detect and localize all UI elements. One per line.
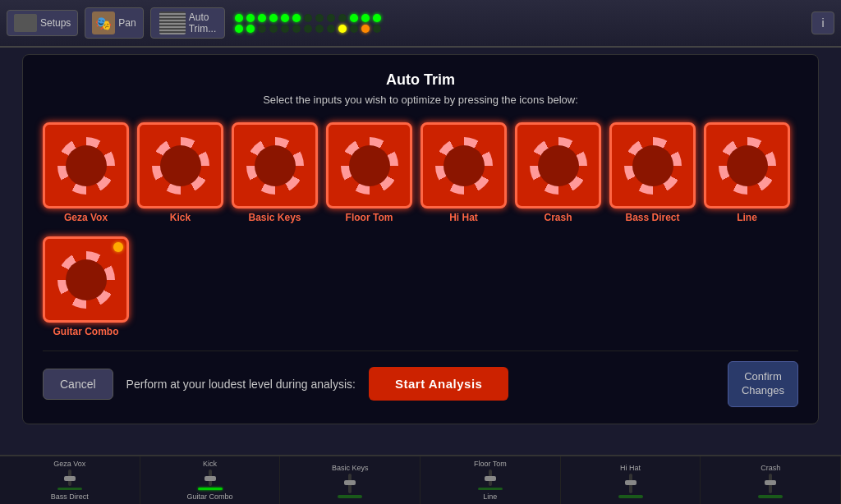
modal-title: Auto Trim xyxy=(43,71,798,89)
input-item-basic-keys[interactable]: Basic Keys xyxy=(232,122,318,223)
fader-track-2 xyxy=(209,470,212,486)
input-icon-floor-tom[interactable] xyxy=(326,122,412,208)
input-icon-kick[interactable] xyxy=(137,122,223,208)
fader-track-6 xyxy=(769,474,772,493)
led-row-1 xyxy=(235,14,802,22)
fader-name-kick: Kick xyxy=(203,460,217,468)
setups-button[interactable]: Setups xyxy=(7,10,78,36)
bottom-label-1: Bass Direct xyxy=(51,493,89,501)
spinner-basic-keys xyxy=(246,137,304,195)
fader-track-1 xyxy=(68,470,71,486)
led-3 xyxy=(258,14,266,22)
input-label-guitar-combo: Guitar Combo xyxy=(53,326,119,337)
led-11 xyxy=(350,14,358,22)
fader-name-hi-hat: Hi Hat xyxy=(620,464,641,472)
setups-icon xyxy=(14,14,37,32)
input-item-line[interactable]: Line xyxy=(704,122,790,223)
input-icon-hi-hat[interactable] xyxy=(420,122,507,208)
fader-channel-crash[interactable]: Crash xyxy=(701,456,841,504)
auto-trim-icon xyxy=(159,11,186,34)
confirm-label: ConfirmChanges xyxy=(742,370,784,396)
input-icon-geza-vox[interactable] xyxy=(43,122,129,208)
fader-channel-floor-tom[interactable]: Floor Tom Line xyxy=(420,456,561,504)
led-28 xyxy=(315,25,324,33)
input-item-kick[interactable]: Kick xyxy=(137,122,223,223)
led-7 xyxy=(304,14,312,22)
led-24 xyxy=(269,25,278,33)
input-item-bass-direct[interactable]: Bass Direct xyxy=(609,122,696,223)
auto-trim-button[interactable]: AutoTrim... xyxy=(150,7,226,39)
bottom-label-4: Line xyxy=(483,493,497,501)
input-label-basic-keys: Basic Keys xyxy=(248,212,301,223)
pan-label: Pan xyxy=(118,17,136,29)
pan-button[interactable]: 🎭 Pan xyxy=(85,7,143,39)
led-22 xyxy=(246,25,255,33)
input-icon-bass-direct[interactable] xyxy=(609,122,696,208)
fader-name-crash: Crash xyxy=(761,464,780,472)
led-31 xyxy=(350,25,358,33)
top-bar: Setups 🎭 Pan AutoTrim... xyxy=(0,0,841,48)
input-icon-guitar-combo[interactable] xyxy=(43,236,129,323)
modal-subtitle: Select the inputs you wish to optimize b… xyxy=(43,94,798,106)
spinner-guitar-combo xyxy=(57,251,115,309)
input-icon-line[interactable] xyxy=(704,122,790,208)
fader-channel-basic-keys[interactable]: Basic Keys xyxy=(280,456,420,504)
input-item-guitar-combo[interactable]: Guitar Combo xyxy=(43,236,129,337)
bottom-action: Cancel Perform at your loudest level dur… xyxy=(43,351,798,407)
auto-trim-label: AutoTrim... xyxy=(189,11,217,34)
input-label-kick: Kick xyxy=(170,212,191,223)
fader-level-3 xyxy=(338,495,362,498)
led-13 xyxy=(373,14,381,22)
led-12 xyxy=(361,14,370,22)
led-4 xyxy=(269,14,278,22)
input-item-hi-hat[interactable]: Hi Hat xyxy=(420,122,507,223)
fader-thumb-4 xyxy=(485,476,496,481)
cancel-button[interactable]: Cancel xyxy=(43,369,113,400)
led-6 xyxy=(292,14,301,22)
input-label-geza-vox: Geza Vox xyxy=(64,212,108,223)
led-25 xyxy=(281,25,289,33)
led-row-2 xyxy=(235,25,802,33)
setups-label: Setups xyxy=(40,17,71,29)
input-item-floor-tom[interactable]: Floor Tom xyxy=(326,122,412,223)
fader-channel-hi-hat[interactable]: Hi Hat xyxy=(561,456,701,504)
fader-level-5 xyxy=(618,495,643,498)
led-21 xyxy=(235,25,243,33)
input-item-geza-vox[interactable]: Geza Vox xyxy=(43,122,129,223)
input-icon-basic-keys[interactable] xyxy=(232,122,318,208)
perform-text: Perform at your loudest level during ana… xyxy=(126,378,356,391)
auto-trim-modal: Auto Trim Select the inputs you wish to … xyxy=(22,54,819,424)
start-analysis-button[interactable]: Start Analysis xyxy=(369,367,509,401)
input-grid: Geza Vox Kick Basic Keys Floor Tom xyxy=(43,122,798,223)
fader-channel-geza-vox[interactable]: Geza Vox Bass Direct xyxy=(0,456,140,504)
fader-level-4 xyxy=(478,488,503,490)
input-label-line: Line xyxy=(737,212,757,223)
spinner-hi-hat xyxy=(435,137,493,195)
info-button[interactable]: i xyxy=(811,11,834,34)
fader-thumb-3 xyxy=(344,480,356,485)
fader-name-floor-tom: Floor Tom xyxy=(474,460,507,468)
input-label-crash: Crash xyxy=(544,212,572,223)
fader-thumb-1 xyxy=(64,476,76,481)
fader-track-5 xyxy=(629,474,632,493)
led-26 xyxy=(292,25,301,33)
fader-name-geza-vox: Geza Vox xyxy=(53,460,85,468)
input-icon-crash[interactable] xyxy=(515,122,601,208)
led-27 xyxy=(304,25,312,33)
fader-channel-kick[interactable]: Kick Guitar Combo xyxy=(140,456,281,504)
spinner-floor-tom xyxy=(341,137,398,195)
fader-thumb-2 xyxy=(205,476,216,481)
led-30 xyxy=(338,25,347,33)
fader-thumb-5 xyxy=(625,480,636,485)
spinner-crash xyxy=(530,137,587,195)
bottom-bar: Geza Vox Bass Direct Kick Guitar Combo B… xyxy=(0,455,841,504)
led-1 xyxy=(235,14,243,22)
fader-track-3 xyxy=(348,474,352,493)
led-2 xyxy=(246,14,255,22)
fader-level-2 xyxy=(198,488,223,490)
confirm-changes-button[interactable]: ConfirmChanges xyxy=(728,361,798,407)
input-grid-row2: Guitar Combo xyxy=(43,236,798,337)
spinner-kick xyxy=(152,137,209,195)
input-item-crash[interactable]: Crash xyxy=(515,122,601,223)
modal-overlay: Auto Trim Select the inputs you wish to … xyxy=(0,48,841,455)
